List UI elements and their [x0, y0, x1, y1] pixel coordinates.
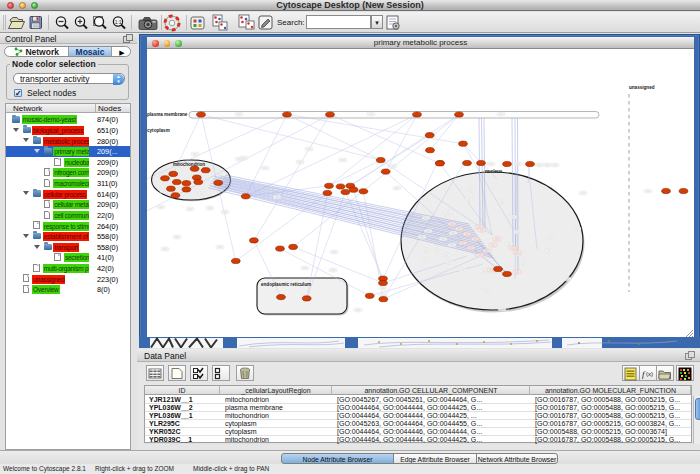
svg-text:unassigned: unassigned [629, 85, 655, 90]
svg-text:1:1: 1:1 [115, 19, 122, 25]
svg-text:cytoplasm: cytoplasm [147, 128, 170, 133]
svg-text:(x): (x) [646, 371, 653, 377]
svg-text:endoplasmic reticulum: endoplasmic reticulum [261, 282, 311, 287]
svg-text:mitochondrion: mitochondrion [173, 162, 205, 167]
svg-text:plasma membrane: plasma membrane [147, 112, 188, 117]
svg-text:nucleus: nucleus [485, 169, 503, 174]
